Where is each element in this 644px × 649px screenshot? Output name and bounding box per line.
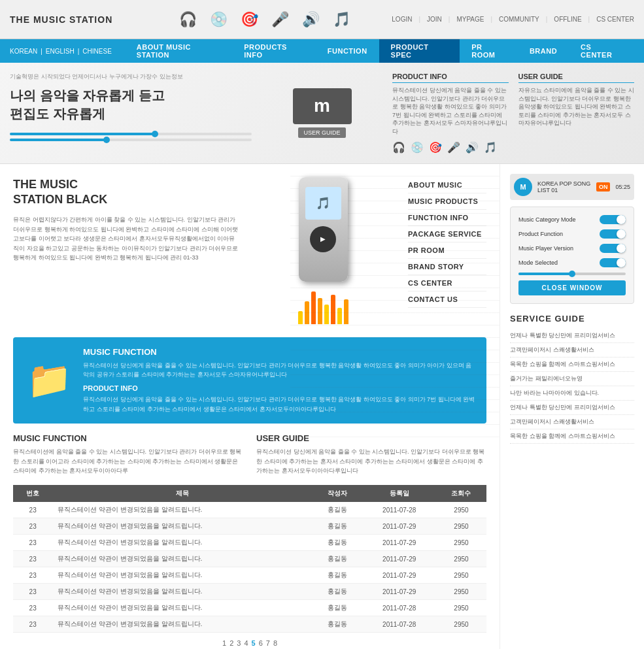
service-item-1[interactable]: 고객만페이저시 스쾌생활서비스 bbox=[510, 343, 634, 358]
service-item-4[interactable]: 나만 바라는 나마아아에 있습니다. bbox=[510, 386, 634, 401]
site-title: THE MUSIC STATION bbox=[10, 14, 137, 25]
login-link[interactable]: LOGIN bbox=[392, 16, 412, 23]
setting-row-4: Mode Selected bbox=[518, 258, 626, 267]
page-6[interactable]: 6 bbox=[259, 639, 263, 647]
cell-author: 홍길동 bbox=[312, 551, 362, 567]
music-disc-icon[interactable]: 💿 bbox=[210, 11, 228, 28]
page-8[interactable]: 8 bbox=[273, 639, 277, 647]
header-right-nav: LOGIN | JOIN | MYPAGE | COMMUNITY | OFFL… bbox=[392, 16, 634, 23]
lang-chinese[interactable]: CHINESE bbox=[82, 48, 111, 55]
offline-link[interactable]: OFFLINE bbox=[554, 16, 581, 23]
join-link[interactable]: JOIN bbox=[427, 16, 442, 23]
table-row[interactable]: 23 뮤직스테이션 약관이 변경되었음을 알려드립니다. 홍길동 2011-07… bbox=[13, 518, 486, 535]
col-title: 제목 bbox=[52, 485, 312, 502]
nav-products[interactable]: PRODUCTS INFO bbox=[232, 39, 316, 63]
nav-brand[interactable]: BRAND bbox=[518, 39, 569, 63]
mf-col-title: MUSIC FUNCTION bbox=[13, 433, 243, 443]
pi-note-icon[interactable]: 🎵 bbox=[484, 141, 497, 154]
cell-views: 2950 bbox=[436, 616, 486, 633]
pi-target-icon[interactable]: 🎯 bbox=[429, 141, 442, 154]
cs-center-link[interactable]: CS CENTER bbox=[596, 16, 634, 23]
headphone-icon[interactable]: 🎧 bbox=[179, 11, 197, 28]
mypage-link[interactable]: MYPAGE bbox=[456, 16, 484, 23]
table-row[interactable]: 23 뮤직스테이션 약관이 변경되었음을 알려드립니다. 홍길동 2011-07… bbox=[13, 616, 486, 633]
table-row[interactable]: 23 뮤직스테이션 약관이 변경되었음을 알려드립니다. 홍길동 2011-07… bbox=[13, 600, 486, 616]
lang-selector: KOREAN | ENGLISH | CHINESE bbox=[10, 48, 112, 55]
col-num: 번호 bbox=[13, 485, 52, 502]
service-guide: SERVICE GUIDE 언제나 특별한 당신만에 프리미엄서비스 고객만페이… bbox=[510, 314, 634, 444]
nav-product-spec[interactable]: PRODUCT SPEC bbox=[379, 39, 460, 63]
cell-title: 뮤직스테이션 약관이 변경되었음을 알려드립니다. bbox=[52, 584, 312, 600]
slider-1-track[interactable] bbox=[10, 133, 252, 135]
pi-disc-icon[interactable]: 💿 bbox=[411, 141, 424, 154]
side-nav-item-package[interactable]: PACKAGE SERVICE bbox=[408, 226, 486, 242]
music-note-icon[interactable]: 🎵 bbox=[333, 11, 350, 28]
music-function-title: MUSIC FUNCTION bbox=[83, 347, 477, 357]
service-item-7[interactable]: 목목한 쇼핑을 함께에 스마트쇼핑서비스 bbox=[510, 429, 634, 444]
nav-pr-room[interactable]: PR ROOM bbox=[460, 39, 518, 63]
pagination: 1 2 3 4 5 6 7 8 bbox=[13, 633, 486, 649]
page-7[interactable]: 7 bbox=[266, 639, 270, 647]
close-window-btn[interactable]: CLOSE WINDOW bbox=[518, 280, 626, 295]
cell-title: 뮤직스테이션 약관이 변경되었음을 알려드립니다. bbox=[52, 502, 312, 518]
lang-english[interactable]: ENGLISH bbox=[46, 48, 75, 55]
table-row[interactable]: 23 뮤직스테이션 약관이 변경되었음을 알려드립니다. 홍길동 2011-07… bbox=[13, 567, 486, 584]
setting-label-4: Mode Selected bbox=[518, 259, 600, 266]
nav-cs-center[interactable]: CS CENTER bbox=[569, 39, 634, 63]
lang-korean[interactable]: KOREAN bbox=[10, 48, 37, 55]
side-nav-item-cs[interactable]: CS CENTER bbox=[408, 275, 486, 291]
side-nav-item-pr[interactable]: PR ROOM bbox=[408, 242, 486, 259]
toggle-1[interactable] bbox=[600, 215, 626, 224]
setting-row-1: Music Category Mode bbox=[518, 215, 626, 224]
cell-views: 2950 bbox=[436, 600, 486, 616]
service-item-0[interactable]: 언제나 특별한 당신만에 프리미엄서비스 bbox=[510, 329, 634, 343]
setting-label-3: Music Player Version bbox=[518, 245, 600, 252]
cell-date: 2011-07-29 bbox=[362, 551, 435, 567]
song-list-label: KOREA POP SONG LIST 01 bbox=[537, 180, 591, 193]
service-item-5[interactable]: 언제나 특별한 당신만에 프리미엄서비스 bbox=[510, 401, 634, 415]
nav-about[interactable]: ABOUT MUSIC STATION bbox=[125, 39, 232, 63]
service-item-3[interactable]: 즐거가는 패밀리에너오뉴영 bbox=[510, 372, 634, 386]
hero-section: 기술혁명은 시작되었다 언제어디서나 누구에게나 가장수 있는정보 나의 음악을… bbox=[0, 63, 644, 164]
station-black-section: THE MUSICSTATION BLACK 뮤직은 어렵지않다가 간편하게 아… bbox=[13, 177, 486, 324]
slider-2-track[interactable] bbox=[10, 139, 252, 141]
community-link[interactable]: COMMUNITY bbox=[499, 16, 539, 23]
table-row[interactable]: 23 뮤직스테이션 약관이 변경되었음을 알려드립니다. 홍길동 2011-07… bbox=[13, 502, 486, 518]
pi-mic-icon[interactable]: 🎤 bbox=[447, 141, 460, 154]
table-row[interactable]: 23 뮤직스테이션 약관이 변경되었음을 알려드립니다. 홍길동 2011-07… bbox=[13, 535, 486, 551]
track-time: 05:25 bbox=[615, 184, 630, 190]
toggle-2[interactable] bbox=[600, 229, 626, 239]
pi-speaker-icon[interactable]: 🔊 bbox=[466, 141, 479, 154]
nav-bar: KOREAN | ENGLISH | CHINESE ABOUT MUSIC S… bbox=[0, 39, 644, 63]
side-nav-item-function[interactable]: FUNCTION INFO bbox=[408, 210, 486, 226]
service-item-6[interactable]: 고객만페이저시 스쾌생활서비스 bbox=[510, 415, 634, 429]
page-5[interactable]: 5 bbox=[252, 639, 256, 647]
page-2[interactable]: 2 bbox=[229, 639, 233, 647]
page-1[interactable]: 1 bbox=[222, 639, 226, 647]
eq-bar-7 bbox=[337, 308, 342, 324]
side-nav-item-products[interactable]: MUSIC PRODUCTS bbox=[408, 193, 486, 210]
toggle-4[interactable] bbox=[600, 258, 626, 267]
side-nav-item-about[interactable]: ABOUT MUSIC bbox=[408, 177, 486, 193]
main-area: THE MUSICSTATION BLACK 뮤직은 어렵지않다가 간편하게 아… bbox=[0, 164, 644, 649]
pi-headphone-icon[interactable]: 🎧 bbox=[392, 141, 405, 154]
user-guide-badge[interactable]: USER GUIDE bbox=[298, 127, 345, 138]
table-row[interactable]: 23 뮤직스테이션 약관이 변경되었음을 알려드립니다. 홍길동 2011-07… bbox=[13, 551, 486, 567]
target-icon[interactable]: 🎯 bbox=[241, 11, 258, 28]
mic-icon[interactable]: 🎤 bbox=[271, 11, 289, 28]
page-4[interactable]: 4 bbox=[244, 639, 248, 647]
side-nav-item-brand[interactable]: BRAND STORY bbox=[408, 259, 486, 275]
hero-main-text: 나의 음악을 자유롭게 듣고편집도 자유롭게 bbox=[10, 86, 252, 123]
volume-slider-track[interactable] bbox=[518, 273, 626, 275]
player-screen: 🎵 bbox=[305, 187, 341, 220]
table-row[interactable]: 23 뮤직스테이션 약관이 변경되었음을 알려드립니다. 홍길동 2011-07… bbox=[13, 584, 486, 600]
setting-row-2: Product Function bbox=[518, 229, 626, 239]
nav-function[interactable]: FUNCTION bbox=[316, 39, 379, 63]
speaker-icon[interactable]: 🔊 bbox=[302, 11, 320, 28]
cell-num: 23 bbox=[13, 518, 52, 535]
on-badge: ON bbox=[596, 182, 611, 191]
side-nav-item-contact[interactable]: CONTACT US bbox=[408, 291, 486, 308]
toggle-3[interactable] bbox=[600, 244, 626, 253]
page-3[interactable]: 3 bbox=[237, 639, 241, 647]
service-item-2[interactable]: 목목한 쇼핑을 함께에 스마트쇼핑서비스 bbox=[510, 358, 634, 372]
